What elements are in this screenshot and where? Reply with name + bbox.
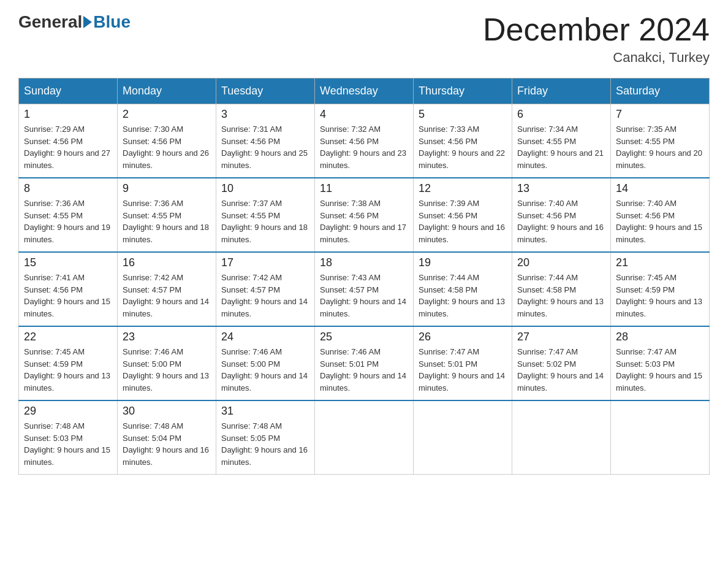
day-info: Sunrise: 7:36 AMSunset: 4:55 PMDaylight:… (24, 197, 112, 245)
calendar-day-cell: 13Sunrise: 7:40 AMSunset: 4:56 PMDayligh… (512, 178, 611, 252)
logo-blue: Blue (93, 12, 131, 32)
calendar-day-cell: 8Sunrise: 7:36 AMSunset: 4:55 PMDaylight… (19, 178, 118, 252)
day-number: 22 (24, 331, 112, 343)
day-number: 12 (419, 182, 507, 195)
col-header-thursday: Thursday (414, 79, 512, 104)
day-info: Sunrise: 7:42 AMSunset: 4:57 PMDaylight:… (123, 272, 211, 320)
day-number: 16 (123, 256, 211, 269)
location-title: Canakci, Turkey (483, 50, 710, 66)
day-number: 11 (320, 182, 408, 195)
day-number: 23 (123, 331, 211, 343)
day-info: Sunrise: 7:48 AMSunset: 5:04 PMDaylight:… (123, 420, 211, 468)
day-info: Sunrise: 7:44 AMSunset: 4:58 PMDaylight:… (419, 272, 507, 320)
calendar-day-cell: 1Sunrise: 7:29 AMSunset: 4:56 PMDaylight… (19, 104, 118, 178)
calendar-day-cell (611, 400, 710, 475)
title-container: December 2024 Canakci, Turkey (483, 12, 710, 66)
day-number: 19 (419, 256, 507, 269)
calendar-day-cell: 7Sunrise: 7:35 AMSunset: 4:55 PMDaylight… (611, 104, 710, 178)
calendar-day-cell: 9Sunrise: 7:36 AMSunset: 4:55 PMDaylight… (118, 178, 216, 252)
day-info: Sunrise: 7:47 AMSunset: 5:01 PMDaylight:… (419, 346, 507, 394)
day-info: Sunrise: 7:32 AMSunset: 4:56 PMDaylight:… (320, 123, 408, 171)
day-info: Sunrise: 7:33 AMSunset: 4:56 PMDaylight:… (419, 123, 507, 171)
day-number: 18 (320, 256, 408, 269)
day-number: 21 (616, 256, 704, 269)
calendar-week-row: 15Sunrise: 7:41 AMSunset: 4:56 PMDayligh… (19, 252, 710, 326)
col-header-wednesday: Wednesday (315, 79, 414, 104)
day-info: Sunrise: 7:41 AMSunset: 4:56 PMDaylight:… (24, 272, 112, 320)
day-info: Sunrise: 7:35 AMSunset: 4:55 PMDaylight:… (616, 123, 704, 171)
calendar-day-cell: 16Sunrise: 7:42 AMSunset: 4:57 PMDayligh… (118, 252, 216, 326)
day-number: 10 (221, 182, 309, 195)
logo-arrow-icon (83, 16, 92, 28)
calendar-day-cell: 6Sunrise: 7:34 AMSunset: 4:55 PMDaylight… (512, 104, 611, 178)
day-info: Sunrise: 7:45 AMSunset: 4:59 PMDaylight:… (24, 346, 112, 394)
calendar-week-row: 22Sunrise: 7:45 AMSunset: 4:59 PMDayligh… (19, 326, 710, 400)
day-number: 17 (221, 256, 309, 269)
calendar-week-row: 29Sunrise: 7:48 AMSunset: 5:03 PMDayligh… (19, 400, 710, 475)
calendar-day-cell: 17Sunrise: 7:42 AMSunset: 4:57 PMDayligh… (216, 252, 315, 326)
day-info: Sunrise: 7:39 AMSunset: 4:56 PMDaylight:… (419, 197, 507, 245)
month-title: December 2024 (483, 12, 710, 47)
calendar-day-cell: 14Sunrise: 7:40 AMSunset: 4:56 PMDayligh… (611, 178, 710, 252)
day-number: 13 (517, 182, 605, 195)
day-info: Sunrise: 7:46 AMSunset: 5:00 PMDaylight:… (123, 346, 211, 394)
day-number: 31 (221, 405, 309, 418)
day-info: Sunrise: 7:31 AMSunset: 4:56 PMDaylight:… (221, 123, 309, 171)
day-number: 29 (24, 405, 112, 418)
col-header-sunday: Sunday (19, 79, 118, 104)
calendar-day-cell: 5Sunrise: 7:33 AMSunset: 4:56 PMDaylight… (414, 104, 512, 178)
day-number: 6 (517, 108, 605, 121)
calendar-day-cell: 21Sunrise: 7:45 AMSunset: 4:59 PMDayligh… (611, 252, 710, 326)
logo-general: General (18, 12, 82, 32)
calendar-week-row: 1Sunrise: 7:29 AMSunset: 4:56 PMDaylight… (19, 104, 710, 178)
calendar-day-cell (512, 400, 611, 475)
day-info: Sunrise: 7:45 AMSunset: 4:59 PMDaylight:… (616, 272, 704, 320)
calendar-day-cell: 3Sunrise: 7:31 AMSunset: 4:56 PMDaylight… (216, 104, 315, 178)
day-number: 28 (616, 331, 704, 343)
calendar-day-cell (414, 400, 512, 475)
day-info: Sunrise: 7:46 AMSunset: 5:01 PMDaylight:… (320, 346, 408, 394)
calendar-week-row: 8Sunrise: 7:36 AMSunset: 4:55 PMDaylight… (19, 178, 710, 252)
calendar-day-cell: 18Sunrise: 7:43 AMSunset: 4:57 PMDayligh… (315, 252, 414, 326)
day-info: Sunrise: 7:38 AMSunset: 4:56 PMDaylight:… (320, 197, 408, 245)
calendar-day-cell: 23Sunrise: 7:46 AMSunset: 5:00 PMDayligh… (118, 326, 216, 400)
day-number: 24 (221, 331, 309, 343)
calendar-day-cell: 27Sunrise: 7:47 AMSunset: 5:02 PMDayligh… (512, 326, 611, 400)
day-info: Sunrise: 7:46 AMSunset: 5:00 PMDaylight:… (221, 346, 309, 394)
calendar-day-cell: 28Sunrise: 7:47 AMSunset: 5:03 PMDayligh… (611, 326, 710, 400)
day-info: Sunrise: 7:34 AMSunset: 4:55 PMDaylight:… (517, 123, 605, 171)
calendar-day-cell: 12Sunrise: 7:39 AMSunset: 4:56 PMDayligh… (414, 178, 512, 252)
calendar-day-cell: 22Sunrise: 7:45 AMSunset: 4:59 PMDayligh… (19, 326, 118, 400)
calendar-day-cell: 30Sunrise: 7:48 AMSunset: 5:04 PMDayligh… (118, 400, 216, 475)
calendar-day-cell: 4Sunrise: 7:32 AMSunset: 4:56 PMDaylight… (315, 104, 414, 178)
col-header-friday: Friday (512, 79, 611, 104)
calendar-day-cell: 19Sunrise: 7:44 AMSunset: 4:58 PMDayligh… (414, 252, 512, 326)
day-info: Sunrise: 7:44 AMSunset: 4:58 PMDaylight:… (517, 272, 605, 320)
day-number: 25 (320, 331, 408, 343)
calendar-day-cell: 26Sunrise: 7:47 AMSunset: 5:01 PMDayligh… (414, 326, 512, 400)
day-info: Sunrise: 7:47 AMSunset: 5:02 PMDaylight:… (517, 346, 605, 394)
day-number: 26 (419, 331, 507, 343)
day-info: Sunrise: 7:48 AMSunset: 5:05 PMDaylight:… (221, 420, 309, 468)
day-info: Sunrise: 7:36 AMSunset: 4:55 PMDaylight:… (123, 197, 211, 245)
logo-text: General Blue (18, 12, 131, 32)
day-info: Sunrise: 7:40 AMSunset: 4:56 PMDaylight:… (517, 197, 605, 245)
day-number: 3 (221, 108, 309, 121)
day-info: Sunrise: 7:29 AMSunset: 4:56 PMDaylight:… (24, 123, 112, 171)
day-info: Sunrise: 7:42 AMSunset: 4:57 PMDaylight:… (221, 272, 309, 320)
day-info: Sunrise: 7:48 AMSunset: 5:03 PMDaylight:… (24, 420, 112, 468)
col-header-tuesday: Tuesday (216, 79, 315, 104)
day-number: 4 (320, 108, 408, 121)
calendar-day-cell: 2Sunrise: 7:30 AMSunset: 4:56 PMDaylight… (118, 104, 216, 178)
calendar-day-cell: 11Sunrise: 7:38 AMSunset: 4:56 PMDayligh… (315, 178, 414, 252)
calendar-day-cell: 20Sunrise: 7:44 AMSunset: 4:58 PMDayligh… (512, 252, 611, 326)
col-header-monday: Monday (118, 79, 216, 104)
calendar-day-cell: 31Sunrise: 7:48 AMSunset: 5:05 PMDayligh… (216, 400, 315, 475)
calendar-table: SundayMondayTuesdayWednesdayThursdayFrid… (18, 78, 710, 475)
day-info: Sunrise: 7:43 AMSunset: 4:57 PMDaylight:… (320, 272, 408, 320)
day-number: 5 (419, 108, 507, 121)
calendar-day-cell (315, 400, 414, 475)
calendar-day-cell: 29Sunrise: 7:48 AMSunset: 5:03 PMDayligh… (19, 400, 118, 475)
calendar-day-cell: 25Sunrise: 7:46 AMSunset: 5:01 PMDayligh… (315, 326, 414, 400)
day-number: 1 (24, 108, 112, 121)
